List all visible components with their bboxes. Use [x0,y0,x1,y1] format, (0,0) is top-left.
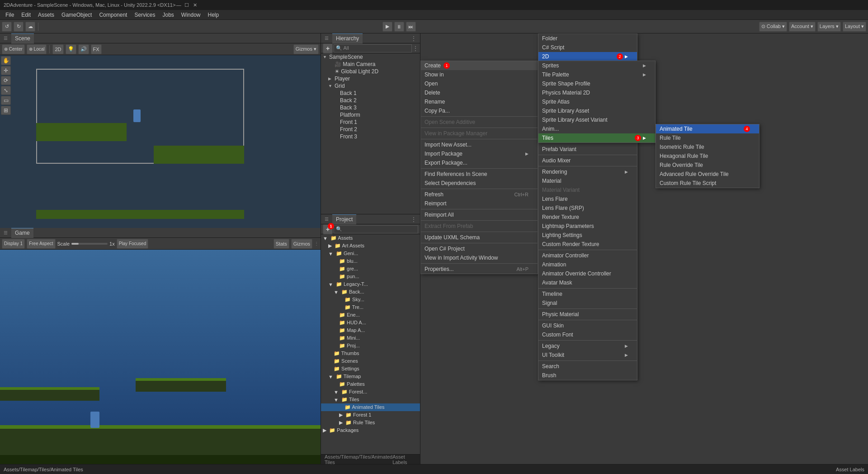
hierarchy-back1[interactable]: Back 1 [321,90,420,97]
menu-update-uxml[interactable]: Update UXML Schema [421,233,538,242]
create-prefab-variant[interactable]: Prefab Variant [538,145,637,154]
scale-tool[interactable]: ⤡ [1,86,11,95]
tile-isometric-rule[interactable]: Isometric Rule Tile [656,142,759,152]
hierarchy-back2[interactable]: Back 2 [321,97,420,104]
menu-import-new[interactable]: Import New Asset... [421,140,538,149]
create-animator-override[interactable]: Animator Override Controller [538,269,637,278]
create-custom-render[interactable]: Custom Render Texture [538,240,637,249]
rect-tool[interactable]: ▭ [1,96,11,105]
folder-tiles[interactable]: ▼📁 Tiles [321,396,420,403]
folder-forest[interactable]: ▼📁 Forest... [321,388,420,396]
tile-rule-override[interactable]: Rule Override Tile [656,161,759,170]
hierarchy-front3[interactable]: Front 3 [321,133,420,140]
folder-legacy[interactable]: ▼📁 Legacy-T... [321,280,420,288]
menu-select-deps[interactable]: Select Dependencies [421,179,538,188]
menu-reimport-all[interactable]: Reimport All [421,210,538,219]
scene-viewport[interactable]: ✋ ✛ ⟳ ⤡ ▭ ⊞ [0,55,321,228]
hierarchy-front1[interactable]: Front 1 [321,118,420,126]
hierarchy-search[interactable]: 🔍 All [334,44,412,52]
folder-palettes[interactable]: 📁 Palettes [321,380,420,388]
create-gui-skin[interactable]: GUI Skin [538,321,637,330]
hierarchy-back3[interactable]: Back 3 [321,104,420,111]
game-aspect-btn[interactable]: Free Aspect [27,239,55,249]
menu-create[interactable]: Create 1 [421,61,538,70]
folder-mini[interactable]: 📁 Mini... [321,334,420,342]
folder-ene[interactable]: 📁 Ene... [321,311,420,319]
account-btn[interactable]: Account ▾ [789,22,816,32]
scene-local-btn[interactable]: ⊕ Local [27,44,47,54]
game-gizmos-btn[interactable]: Gizmos [291,239,312,249]
scene-2d-btn[interactable]: 2D [52,44,63,54]
hierarchy-main-camera[interactable]: 🎥 Main Camera [321,61,420,68]
create-folder[interactable]: Folder [538,34,637,43]
folder-settings[interactable]: 📁 Settings [321,365,420,373]
2d-an-tile-profile[interactable]: Anim... [538,124,655,133]
create-signal[interactable]: Signal [538,299,637,308]
menu-copy-path[interactable]: Copy Pa... [421,106,538,115]
create-audio-mixer[interactable]: Audio Mixer [538,156,637,165]
menu-show-in-explorer[interactable]: Show in [421,70,538,79]
menu-assets[interactable]: Assets [34,10,58,20]
menu-export-package[interactable]: Export Package... [421,158,538,167]
rotate-tool[interactable]: ⟳ [1,76,11,85]
layout-btn[interactable]: Layout ▾ [843,22,866,32]
folder-packages[interactable]: ▶📁 Packages [321,427,420,434]
menu-component[interactable]: Component [95,10,131,20]
layers-btn[interactable]: Layers ▾ [817,22,841,32]
create-search[interactable]: Search [538,362,637,371]
step-btn[interactable]: ⏭ [406,22,416,32]
menu-open-cs[interactable]: Open C# Project [421,244,538,253]
stats-btn[interactable]: Stats [274,239,289,249]
folder-blu[interactable]: 📁 blu... [321,257,420,265]
menu-refresh[interactable]: Refresh Ctrl+R [421,190,538,199]
transform-tool[interactable]: ⊞ [1,106,11,115]
hierarchy-platform[interactable]: Platform [321,111,420,118]
toolbar-redo[interactable]: ↻ [14,22,24,32]
scene-gizmos-btn[interactable]: ⊕ Center [2,44,25,54]
create-animation[interactable]: Animation [538,260,637,269]
menu-view-import[interactable]: View in Import Activity Window [421,253,538,262]
maximize-btn[interactable]: ☐ [184,2,190,8]
2d-sprite-shape[interactable]: Sprite Shape Profile [538,79,655,88]
create-material[interactable]: Material [538,176,637,185]
menu-jobs[interactable]: Jobs [159,10,177,20]
play-btn[interactable]: ▶ [382,22,392,32]
tab-hierarchy[interactable]: Hierarchy [332,33,363,43]
2d-sprite-atlas[interactable]: Sprite Atlas [538,97,655,106]
create-timeline[interactable]: Timeline [538,289,637,299]
create-custom-font[interactable]: Custom Font [538,330,637,339]
folder-map[interactable]: 📁 Map A... [321,327,420,334]
menu-properties[interactable]: Properties... Alt+P [421,265,538,274]
game-viewport[interactable] [0,250,321,464]
folder-sky[interactable]: 📁 Sky... [321,296,420,303]
tab-project[interactable]: Project [332,214,356,224]
tile-hexagonal-rule[interactable]: Hexagonal Rule Tile [656,152,759,161]
create-avatar-mask[interactable]: Avatar Mask [538,278,637,287]
tile-custom-rule-script[interactable]: Custom Rule Tile Script [656,179,759,188]
2d-tile-palette[interactable]: Tile Palette ▶ [538,70,655,79]
create-animator-ctrl[interactable]: Animator Controller [538,251,637,260]
2d-physics-material[interactable]: Physics Material 2D [538,88,655,97]
menu-reimport[interactable]: Reimport [421,199,538,208]
folder-assets[interactable]: ▼📁 Assets [321,234,420,242]
scene-light-btn[interactable]: 💡 [66,44,76,54]
menu-services[interactable]: Services [131,10,159,20]
scene-fx-btn[interactable]: FX [91,44,102,54]
scene-audio-btn[interactable]: 🔊 [78,44,89,54]
folder-geni[interactable]: ▼📁 Geni... [321,250,420,257]
create-legacy[interactable]: Legacy ▶ [538,341,637,351]
hierarchy-add-btn[interactable]: + [323,43,333,53]
folder-animated-tiles[interactable]: 📁 Animated Tiles [321,403,420,411]
toolbar-undo[interactable]: ↺ [2,22,12,32]
folder-scenes[interactable]: 📁 Scenes [321,357,420,365]
folder-tilemap[interactable]: ▼📁 Tilemap [321,373,420,380]
menu-edit[interactable]: Edit [18,10,34,20]
collab-btn[interactable]: ⊙ Collab ▾ [759,22,787,32]
hierarchy-scene[interactable]: ▼ SampleScene [321,53,420,61]
2d-sprites[interactable]: Sprites ▶ [538,61,655,70]
folder-thumbs[interactable]: 📁 Thumbs [321,350,420,357]
create-lens-flare-srp[interactable]: Lens Flare (SRP) [538,204,637,213]
menu-rename[interactable]: Rename [421,97,538,106]
folder-pun[interactable]: 📁 pun... [321,273,420,280]
create-brush[interactable]: Brush [538,371,637,380]
